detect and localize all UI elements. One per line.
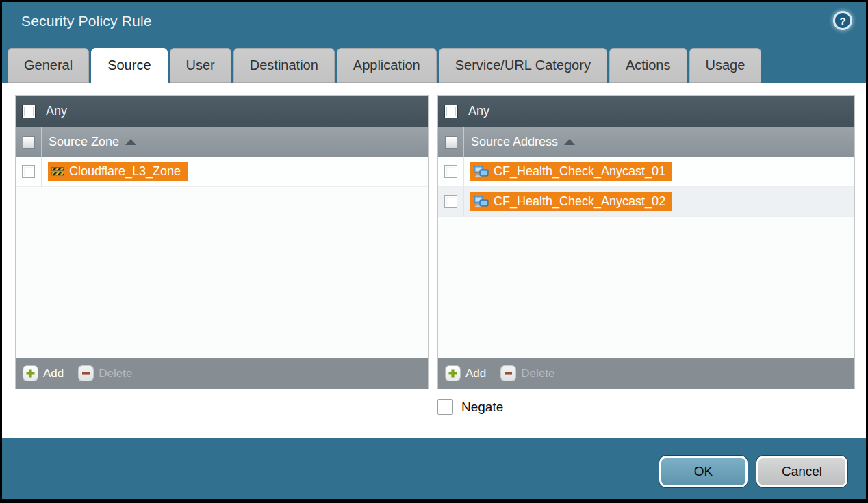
source-address-footer: Add Delete (438, 358, 854, 389)
address-name: CF_Health_Check_Anycast_02 (494, 194, 665, 209)
source-zone-any-bar: Any (16, 96, 428, 127)
panels-container: Any Source Zone (2, 83, 866, 389)
source-address-any-bar: Any (438, 96, 854, 127)
delete-button[interactable]: Delete (79, 366, 132, 381)
dialog-title-bar: Security Policy Rule ? (2, 2, 866, 47)
checkbox-cell (16, 157, 42, 186)
tab-service-url-category[interactable]: Service/URL Category (439, 48, 607, 83)
checkbox-cell (16, 127, 42, 157)
zone-icon (51, 166, 64, 177)
source-address-any-checkbox[interactable] (444, 105, 458, 118)
row-checkbox[interactable] (444, 165, 457, 178)
tab-general[interactable]: General (8, 48, 89, 83)
plus-icon (23, 366, 38, 381)
negate-label: Negate (461, 400, 503, 415)
tab-usage[interactable]: Usage (689, 48, 762, 83)
sort-ascending-icon (564, 139, 575, 145)
source-zone-panel: Any Source Zone (15, 95, 429, 389)
add-button[interactable]: Add (23, 366, 64, 381)
tab-application[interactable]: Application (337, 48, 437, 83)
tab-actions[interactable]: Actions (609, 48, 687, 83)
tab-label: General (24, 57, 73, 73)
source-zone-any-checkbox[interactable] (22, 105, 36, 118)
delete-label: Delete (521, 367, 554, 381)
tab-user[interactable]: User (170, 48, 231, 83)
tab-source[interactable]: Source (91, 48, 167, 83)
help-icon[interactable]: ? (833, 11, 852, 30)
tab-label: Actions (626, 57, 671, 73)
delete-label: Delete (99, 367, 132, 381)
dialog-title: Security Policy Rule (21, 13, 152, 29)
source-address-select-all-checkbox[interactable] (445, 136, 457, 149)
tab-label: Destination (250, 57, 318, 73)
table-row[interactable]: CF_Health_Check_Anycast_02 (438, 187, 854, 217)
tab-label: Usage (706, 57, 745, 73)
minus-icon (501, 366, 515, 381)
address-object-chip[interactable]: CF_Health_Check_Anycast_02 (470, 192, 672, 211)
ok-button[interactable]: OK (659, 456, 748, 487)
minus-icon (79, 366, 93, 381)
tab-label: User (186, 57, 215, 73)
source-zone-list: Cloudflare_L3_Zone (16, 157, 428, 358)
checkbox-cell (438, 187, 464, 216)
address-icon (474, 166, 489, 178)
cancel-button[interactable]: Cancel (756, 456, 847, 487)
address-icon (474, 196, 489, 208)
delete-button[interactable]: Delete (501, 366, 554, 381)
tab-bar: General Source User Destination Applicat… (2, 47, 866, 83)
zone-object-chip[interactable]: Cloudflare_L3_Zone (48, 162, 188, 181)
checkbox-cell (438, 127, 464, 157)
tab-label: Service/URL Category (455, 57, 591, 73)
source-address-column-title: Source Address (471, 135, 558, 149)
source-zone-footer: Add Delete (16, 358, 428, 389)
tab-destination[interactable]: Destination (233, 48, 335, 83)
source-zone-column-title: Source Zone (49, 135, 119, 149)
address-object-chip[interactable]: CF_Health_Check_Anycast_01 (470, 162, 672, 181)
checkbox-cell (438, 157, 464, 186)
security-policy-rule-dialog: Security Policy Rule ? General Source Us… (0, 0, 868, 503)
negate-checkbox[interactable] (437, 399, 453, 415)
add-label: Add (465, 367, 486, 381)
footer-buttons: OK Cancel (659, 456, 847, 487)
source-zone-select-all-checkbox[interactable] (23, 136, 35, 149)
address-name: CF_Health_Check_Anycast_01 (494, 164, 665, 179)
table-row[interactable]: Cloudflare_L3_Zone (16, 157, 428, 187)
negate-row: Negate (437, 399, 503, 415)
tab-label: Source (107, 57, 151, 73)
dialog-footer: OK Cancel (2, 438, 866, 499)
tab-label: Application (353, 57, 420, 73)
source-zone-any-label: Any (46, 104, 67, 118)
add-button[interactable]: Add (446, 366, 486, 381)
source-address-column-header[interactable]: Source Address (438, 127, 854, 157)
plus-icon (446, 366, 460, 381)
add-label: Add (43, 367, 64, 381)
sort-ascending-icon (125, 139, 136, 145)
row-checkbox[interactable] (22, 165, 35, 178)
row-checkbox[interactable] (444, 195, 457, 208)
source-address-panel: Any Source Address (437, 95, 855, 389)
source-zone-column-header[interactable]: Source Zone (16, 127, 428, 157)
table-row[interactable]: CF_Health_Check_Anycast_01 (438, 157, 854, 187)
source-address-any-label: Any (468, 104, 489, 118)
source-address-list: CF_Health_Check_Anycast_01 (438, 157, 854, 358)
zone-name: Cloudflare_L3_Zone (69, 164, 181, 179)
source-tab-content: Any Source Zone (2, 83, 866, 438)
